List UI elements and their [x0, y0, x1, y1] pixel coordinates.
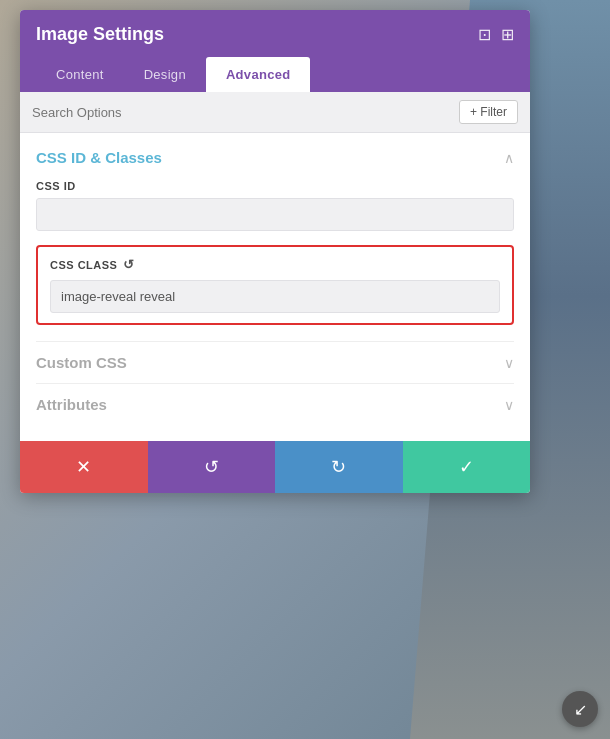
filter-button[interactable]: + Filter	[459, 100, 518, 124]
search-input[interactable]	[32, 105, 451, 120]
css-class-field-group: CSS Class ↺	[36, 245, 514, 325]
header-icons: ⊡ ⊞	[478, 25, 514, 44]
search-bar: + Filter	[20, 92, 530, 133]
cancel-button[interactable]: ✕	[20, 441, 148, 493]
panel-header: Image Settings ⊡ ⊞ Content Design Advanc…	[20, 10, 530, 92]
css-id-label: CSS ID	[36, 180, 514, 192]
css-id-classes-section: CSS ID & Classes ∧ CSS ID CSS Class ↺	[36, 149, 514, 325]
attributes-section[interactable]: Attributes ∨	[36, 383, 514, 425]
custom-css-section[interactable]: Custom CSS ∨	[36, 341, 514, 383]
panel-title: Image Settings	[36, 24, 164, 45]
panel-footer: ✕ ↺ ↻ ✓	[20, 441, 530, 493]
save-button[interactable]: ✓	[403, 441, 531, 493]
panel-content: CSS ID & Classes ∧ CSS ID CSS Class ↺ Cu…	[20, 133, 530, 441]
css-id-field-group: CSS ID	[36, 180, 514, 231]
focus-icon[interactable]: ⊡	[478, 25, 491, 44]
custom-css-title: Custom CSS	[36, 354, 127, 371]
tabs-row: Content Design Advanced	[36, 57, 514, 92]
section-header-css: CSS ID & Classes ∧	[36, 149, 514, 166]
tab-design[interactable]: Design	[124, 57, 206, 92]
tab-advanced[interactable]: Advanced	[206, 57, 311, 92]
css-id-input[interactable]	[36, 198, 514, 231]
chevron-down-icon-attr[interactable]: ∨	[504, 397, 514, 413]
panel: Image Settings ⊡ ⊞ Content Design Advanc…	[20, 10, 530, 493]
reset-button[interactable]: ↺	[148, 441, 276, 493]
css-class-reset-icon[interactable]: ↺	[123, 257, 135, 272]
css-id-classes-title: CSS ID & Classes	[36, 149, 162, 166]
bottom-right-icon[interactable]: ↙	[562, 691, 598, 727]
attributes-title: Attributes	[36, 396, 107, 413]
chevron-up-icon[interactable]: ∧	[504, 150, 514, 166]
css-class-label: CSS Class ↺	[50, 257, 500, 272]
chevron-down-icon-css[interactable]: ∨	[504, 355, 514, 371]
grid-icon[interactable]: ⊞	[501, 25, 514, 44]
redo-button[interactable]: ↻	[275, 441, 403, 493]
tab-content[interactable]: Content	[36, 57, 124, 92]
css-class-input[interactable]	[50, 280, 500, 313]
